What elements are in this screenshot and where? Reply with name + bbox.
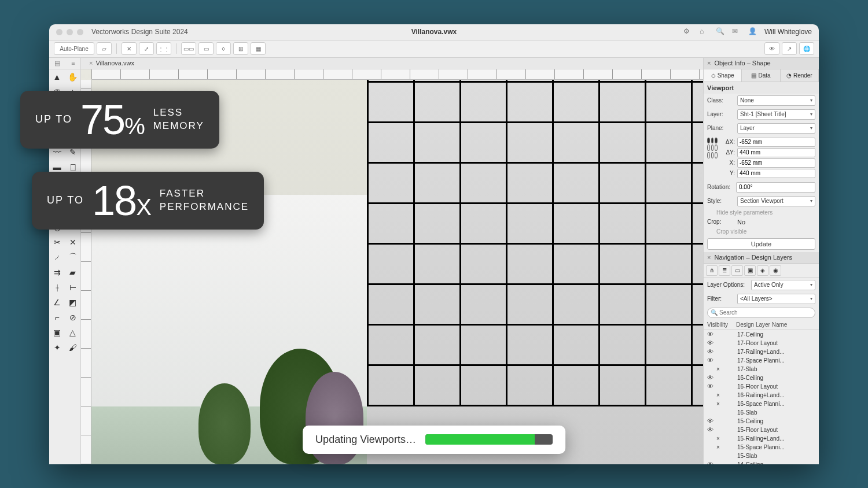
constrain-icon[interactable]: ⤢ xyxy=(139,42,154,55)
minimize-icon[interactable] xyxy=(67,29,73,35)
export-icon[interactable]: ↗ xyxy=(782,42,797,55)
smart-points-icon[interactable]: ⋮⋮ xyxy=(156,42,171,55)
layer-row[interactable]: 👁17-Railing+Land... xyxy=(704,347,819,356)
clip-tool-icon[interactable]: ◩ xyxy=(65,295,80,310)
join-tool-icon[interactable]: ✕ xyxy=(65,235,80,250)
style-select[interactable]: Section Viewport xyxy=(737,196,815,206)
dx-input[interactable] xyxy=(737,138,815,147)
dy-input[interactable] xyxy=(737,148,815,157)
layer-options-select[interactable]: Active Only xyxy=(751,280,815,290)
angle-tool-icon[interactable]: △ xyxy=(65,325,80,340)
brush-tool-icon[interactable]: 🖌 xyxy=(65,340,80,355)
layer-row[interactable]: 👁17-Floor Layout xyxy=(704,339,819,347)
navigation-header[interactable]: ×Navigation – Design Layers xyxy=(704,252,819,264)
tab-shape[interactable]: ◇Shape xyxy=(704,69,742,82)
x-col[interactable]: × xyxy=(716,444,726,450)
layer-row[interactable]: 👁17-Space Planni... xyxy=(704,356,819,365)
nav-sheet-icon[interactable]: ▭ xyxy=(731,265,743,276)
layer-row[interactable]: 15-Slab xyxy=(704,452,819,460)
render-tool-icon[interactable]: ✦ xyxy=(49,340,65,355)
eye-icon[interactable]: 👁 xyxy=(707,461,716,464)
layer-row[interactable]: 👁14-Ceiling xyxy=(704,460,819,464)
visibility-icon[interactable]: 👁 xyxy=(764,42,779,55)
layer-row[interactable]: ×16-Railing+Land... xyxy=(704,391,819,400)
eye-icon[interactable]: 👁 xyxy=(707,417,716,424)
selection-tool-icon[interactable]: ▲ xyxy=(49,69,65,84)
close-panel-icon[interactable]: × xyxy=(707,60,711,66)
no-tool-icon[interactable]: ⊘ xyxy=(65,310,80,325)
globe-icon[interactable]: 🌐 xyxy=(799,42,814,55)
layer-row[interactable]: 👁15-Ceiling xyxy=(704,417,819,426)
user-icon[interactable]: 👤 xyxy=(748,27,757,36)
protractor-tool-icon[interactable]: ∠ xyxy=(49,295,65,310)
x-col[interactable]: × xyxy=(716,401,726,407)
layer-row[interactable]: ×15-Space Planni... xyxy=(704,443,819,452)
layer-row[interactable]: ×15-Railing+Land... xyxy=(704,434,819,443)
eyedropper-tool-icon[interactable]: ⟊ xyxy=(49,280,65,295)
knife-tool-icon[interactable]: ✂ xyxy=(49,235,65,250)
plane-toggle-icon[interactable]: ▱ xyxy=(97,42,112,55)
mail-icon[interactable]: ✉ xyxy=(732,27,741,36)
bucket-tool-icon[interactable]: ▰ xyxy=(65,265,80,280)
window-controls[interactable] xyxy=(56,29,83,35)
eye-icon[interactable]: 👁 xyxy=(707,348,716,355)
fillet-tool-icon[interactable]: ⌒ xyxy=(65,250,80,265)
gear-icon[interactable]: ⚙ xyxy=(683,27,693,36)
x-col[interactable]: × xyxy=(716,366,726,372)
eye-icon[interactable]: 👁 xyxy=(707,331,716,338)
plane-select[interactable]: Layer xyxy=(737,123,815,134)
tab-villanova[interactable]: ×Villanova.vwx xyxy=(84,60,139,66)
eye-icon[interactable]: 👁 xyxy=(707,374,716,381)
x-input[interactable] xyxy=(737,158,815,168)
nav-refs-icon[interactable]: ◉ xyxy=(770,265,781,276)
layer-search-input[interactable] xyxy=(707,308,815,318)
x-col[interactable]: × xyxy=(716,435,726,442)
group-icon[interactable]: ▭▭ xyxy=(181,42,196,55)
close-icon[interactable] xyxy=(56,29,62,35)
anchor-grid[interactable] xyxy=(707,138,718,158)
nav-layers-icon[interactable]: ≣ xyxy=(719,265,730,276)
y-input[interactable] xyxy=(737,169,815,178)
search-icon[interactable]: 🔍 xyxy=(716,27,725,36)
tab-data[interactable]: ▤Data xyxy=(742,69,780,82)
split-tool-icon[interactable]: ⌐ xyxy=(49,310,65,325)
eye-icon[interactable]: 👁 xyxy=(707,383,716,390)
rotation-input[interactable] xyxy=(736,182,815,193)
close-panel-icon[interactable]: × xyxy=(707,254,711,261)
close-tab-icon[interactable]: × xyxy=(89,60,93,66)
tape-tool-icon[interactable]: ⊢ xyxy=(65,280,80,295)
maximize-icon[interactable] xyxy=(77,29,83,35)
eye-icon[interactable]: 👁 xyxy=(707,426,716,433)
camera-tool-icon[interactable]: ▣ xyxy=(49,325,65,340)
layer-row[interactable]: ×17-Slab xyxy=(704,365,819,374)
callout-icon[interactable]: ◊ xyxy=(216,42,231,55)
ruler-horizontal[interactable] xyxy=(91,69,703,80)
auto-plane-button[interactable]: Auto-Plane xyxy=(54,42,94,55)
nav-saved-icon[interactable]: ◈ xyxy=(757,265,768,276)
palette-tab-1[interactable]: ▤ xyxy=(54,60,60,67)
pan-tool-icon[interactable]: ✋ xyxy=(65,69,80,84)
offset-tool-icon[interactable]: ⇉ xyxy=(49,265,65,280)
tab-render[interactable]: ◔Render xyxy=(781,69,819,82)
layer-row[interactable]: 👁17-Ceiling xyxy=(704,330,819,339)
palette-tab-2[interactable]: ≡ xyxy=(71,60,75,66)
layer-row[interactable]: ×16-Space Planni... xyxy=(704,400,819,408)
layer-row[interactable]: 👁16-Ceiling xyxy=(704,374,819,382)
layer-select[interactable]: Sht-1 [Sheet Title] xyxy=(737,109,815,120)
grid-icon[interactable]: ▦ xyxy=(251,42,266,55)
hide-style-checkbox[interactable]: Hide style parameters xyxy=(704,208,819,217)
update-button[interactable]: Update xyxy=(707,238,815,250)
x-col[interactable]: × xyxy=(716,392,726,398)
layer-list[interactable]: 👁17-Ceiling👁17-Floor Layout👁17-Railing+L… xyxy=(704,330,819,464)
crop-visible-checkbox[interactable]: Crop visible xyxy=(704,227,819,236)
rect-icon[interactable]: ▭ xyxy=(198,42,214,55)
class-select[interactable]: None xyxy=(737,95,815,106)
eye-icon[interactable]: 👁 xyxy=(707,339,716,346)
layer-row[interactable]: 16-Slab xyxy=(704,408,819,417)
layer-row[interactable]: 👁15-Floor Layout xyxy=(704,426,819,434)
filter-select[interactable]: <All Layers> xyxy=(737,294,815,304)
nav-classes-icon[interactable]: ⋔ xyxy=(706,265,718,276)
snap-icon[interactable]: ✕ xyxy=(122,42,137,55)
nav-views-icon[interactable]: ▣ xyxy=(744,265,756,276)
table-icon[interactable]: ⊞ xyxy=(233,42,248,55)
